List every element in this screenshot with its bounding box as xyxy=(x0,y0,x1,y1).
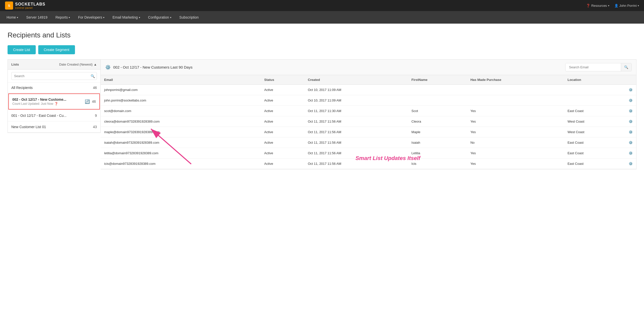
cell-status: Active xyxy=(261,95,304,106)
nav-server-label: Server 14919 xyxy=(26,15,47,19)
cell-email: john.porrini@socketlabs.com xyxy=(101,95,261,106)
settings-icon[interactable]: ⚙️ xyxy=(105,65,111,70)
search-input[interactable] xyxy=(11,72,97,80)
cell-location xyxy=(564,85,625,95)
list-item-name: 001 - Oct 12/17 - East Coast - Cu... xyxy=(11,114,66,118)
cell-firstname: Maple xyxy=(408,127,467,137)
table-row: johnporrini@gmail.com Active Oct 10, 201… xyxy=(101,85,636,95)
col-email: Email xyxy=(101,75,261,85)
search-icon: 🔍 xyxy=(91,74,95,78)
list-item-name: New Customer List 01 xyxy=(11,125,46,129)
cell-email: icis@domain97328391928389.com xyxy=(101,159,261,169)
right-panel-title: ⚙️ 002 - Oct 12/17 - New Customers Last … xyxy=(105,65,192,70)
chevron-down-icon: ▾ xyxy=(103,16,104,19)
list-item-count: 9 xyxy=(95,114,97,118)
list-item[interactable]: New Customer List 01 43 xyxy=(8,121,100,133)
cell-created: Oct 11, 2017 11:56 AM xyxy=(304,159,408,169)
cell-created: Oct 10, 2017 11:09 AM xyxy=(304,85,408,95)
cell-gear[interactable]: ⚙️ xyxy=(625,159,636,169)
refresh-icon: 🔄 xyxy=(85,99,90,104)
all-recipients-count: 46 xyxy=(93,86,97,90)
cell-gear[interactable]: ⚙️ xyxy=(625,95,636,106)
cell-location: West Coast xyxy=(564,127,625,137)
cell-location xyxy=(564,95,625,106)
cell-purchase: Yes xyxy=(467,148,564,159)
table-row: icis@domain97328391928389.com Active Oct… xyxy=(101,159,636,169)
table-row: letitia@domain97328391928389.com Active … xyxy=(101,148,636,159)
chevron-down-icon: ▾ xyxy=(170,16,171,19)
create-segment-button[interactable]: Create Segment xyxy=(38,45,75,54)
list-item-count: 43 xyxy=(93,125,97,129)
nav-home[interactable]: Home ▾ xyxy=(3,11,22,24)
sort-arrow-icon: ▲ xyxy=(94,63,97,66)
nav-developers[interactable]: For Developers ▾ xyxy=(74,11,108,24)
cell-firstname: Icis xyxy=(408,159,467,169)
logo-text: SOCKETLABS control panel xyxy=(15,2,45,9)
cell-email: scot@domain.com xyxy=(101,106,261,116)
cell-location: West Coast xyxy=(564,116,625,127)
list-item[interactable]: 002 - Oct 12/17 - New Custome... Count L… xyxy=(8,93,100,110)
cell-firstname: Cleora xyxy=(408,116,467,127)
cell-location: East Coast xyxy=(564,137,625,148)
action-buttons: Create List Create Segment xyxy=(8,45,636,54)
cell-email: johnporrini@gmail.com xyxy=(101,85,261,95)
list-item-info: 001 - Oct 12/17 - East Coast - Cu... xyxy=(11,114,66,118)
cell-gear[interactable]: ⚙️ xyxy=(625,85,636,95)
user-icon: 👤 xyxy=(614,4,618,8)
nav-configuration-label: Configuration xyxy=(148,15,169,19)
cell-gear[interactable]: ⚙️ xyxy=(625,137,636,148)
col-created: Created xyxy=(304,75,408,85)
search-email-button[interactable]: 🔍 xyxy=(621,63,631,71)
cell-firstname: Letitia xyxy=(408,148,467,159)
cell-gear[interactable]: ⚙️ xyxy=(625,106,636,116)
cell-email: letitia@domain97328391928389.com xyxy=(101,148,261,159)
cell-purchase: Yes xyxy=(467,106,564,116)
cell-purchase xyxy=(467,85,564,95)
cell-created: Oct 11, 2017 11:30 AM xyxy=(304,106,408,116)
resources-link[interactable]: ❓ Resources ▾ xyxy=(586,4,609,8)
logo-sub: control panel xyxy=(15,7,45,9)
col-firstname: FirstName xyxy=(408,75,467,85)
list-item-name: 002 - Oct 12/17 - New Custome... xyxy=(12,97,66,101)
search-email-input[interactable] xyxy=(566,63,621,71)
cell-status: Active xyxy=(261,148,304,159)
cell-purchase: Yes xyxy=(467,127,564,137)
question-icon: ❓ xyxy=(586,4,590,8)
col-status: Status xyxy=(261,75,304,85)
user-menu-link[interactable]: 👤 John Porrini ▾ xyxy=(614,4,639,8)
chevron-down-icon: ▾ xyxy=(17,16,18,19)
logo-area: S SOCKETLABS control panel xyxy=(5,2,45,10)
logo-brand: SOCKETLABS xyxy=(15,2,45,7)
chevron-down-icon: ▾ xyxy=(69,16,70,19)
list-item[interactable]: 001 - Oct 12/17 - East Coast - Cu... 9 xyxy=(8,110,100,121)
cell-status: Active xyxy=(261,106,304,116)
cell-created: Oct 11, 2017 11:56 AM xyxy=(304,148,408,159)
cell-purchase: No xyxy=(467,137,564,148)
cell-created: Oct 11, 2017 11:56 AM xyxy=(304,137,408,148)
nav-email-marketing[interactable]: Email Marketing ▾ xyxy=(108,11,144,24)
cell-status: Active xyxy=(261,85,304,95)
nav-subscription[interactable]: Subscription xyxy=(175,11,203,24)
page-content: Recipients and Lists Create List Create … xyxy=(0,24,644,169)
col-actions xyxy=(625,75,636,85)
right-panel-header: ⚙️ 002 - Oct 12/17 - New Customers Last … xyxy=(101,60,636,75)
data-table: Email Status Created FirstName Has Made … xyxy=(101,75,636,169)
cell-status: Active xyxy=(261,127,304,137)
nav-email-marketing-label: Email Marketing xyxy=(112,15,138,19)
cell-gear[interactable]: ⚙️ xyxy=(625,127,636,137)
nav-configuration[interactable]: Configuration ▾ xyxy=(144,11,175,24)
search-email-box: 🔍 xyxy=(565,63,632,71)
table-row: scot@domain.com Active Oct 11, 2017 11:3… xyxy=(101,106,636,116)
nav-reports[interactable]: Reports ▾ xyxy=(51,11,74,24)
cell-gear[interactable]: ⚙️ xyxy=(625,148,636,159)
nav-developers-label: For Developers xyxy=(78,15,102,19)
all-recipients-row[interactable]: All Recipients 46 xyxy=(8,83,100,93)
cell-gear[interactable]: ⚙️ xyxy=(625,116,636,127)
table-row: john.porrini@socketlabs.com Active Oct 1… xyxy=(101,95,636,106)
all-recipients-label: All Recipients xyxy=(11,86,33,90)
cell-email: cleora@domain97328391928389.com xyxy=(101,116,261,127)
list-item-info: 002 - Oct 12/17 - New Custome... Count L… xyxy=(12,97,66,106)
nav-home-label: Home xyxy=(7,15,16,19)
create-list-button[interactable]: Create List xyxy=(8,45,36,54)
nav-server[interactable]: Server 14919 xyxy=(22,11,51,24)
